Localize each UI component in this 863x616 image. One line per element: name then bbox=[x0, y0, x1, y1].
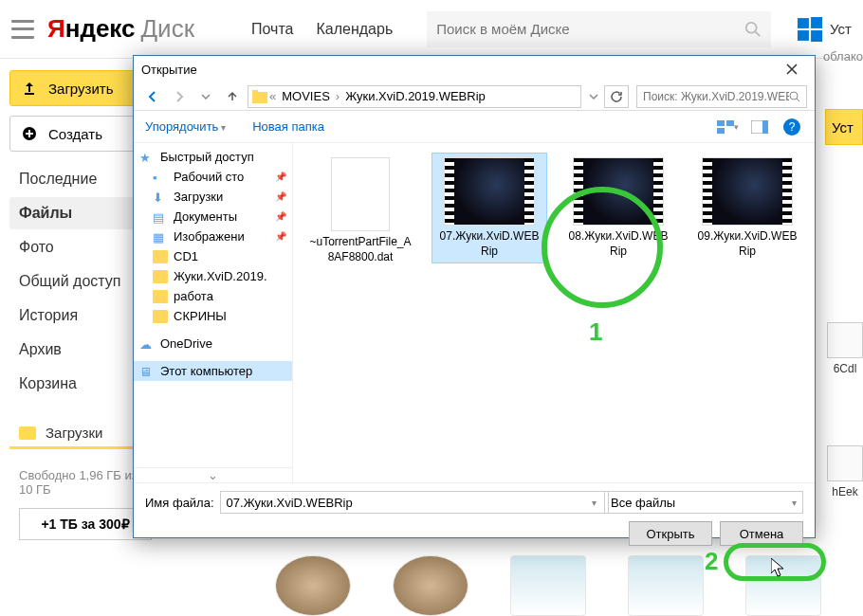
file-label: hEek bbox=[827, 485, 863, 498]
tree-onedrive[interactable]: ☁OneDrive bbox=[134, 334, 292, 353]
tree-label: Загрузки bbox=[174, 190, 223, 204]
upload-button[interactable]: Загрузить bbox=[9, 70, 152, 106]
hamburger-menu-icon[interactable] bbox=[11, 20, 34, 39]
file-thumb-6cdl[interactable]: 6Cdl bbox=[827, 322, 863, 375]
install-label[interactable]: Уст bbox=[830, 21, 852, 37]
new-folder-button[interactable]: Новая папка bbox=[252, 119, 324, 134]
sidebar-item-photo[interactable]: Фото bbox=[9, 231, 152, 263]
logo-rest: ндекс bbox=[65, 14, 136, 44]
tree-rabota[interactable]: работа bbox=[134, 286, 292, 306]
sidebar-item-history[interactable]: История bbox=[9, 299, 152, 332]
storage-quota: Свободно 1,96 ГБ из 10 ГБ bbox=[9, 468, 152, 497]
tree-quick-access[interactable]: ★Быстрый доступ bbox=[134, 147, 292, 167]
organize-dropdown[interactable]: Упорядочить bbox=[145, 119, 226, 134]
tree-this-pc[interactable]: 🖥Этот компьютер bbox=[134, 361, 292, 381]
annotation-number-1: 1 bbox=[589, 317, 602, 347]
sidebar-item-shared[interactable]: Общий доступ bbox=[9, 265, 152, 298]
file-thumbnail bbox=[827, 445, 863, 481]
breadcrumb-seg2[interactable]: Жуки.XviD.2019.WEBRip bbox=[341, 89, 489, 103]
nav-up-button[interactable] bbox=[221, 85, 244, 108]
pane-icon bbox=[751, 120, 768, 134]
file-list[interactable]: ~uTorrentPartFile_A8AF8800.dat 07.Жуки.X… bbox=[293, 143, 815, 482]
folder-tree[interactable]: ★Быстрый доступ ▪Рабочий сто📌 ⬇Загрузки📌… bbox=[134, 143, 293, 482]
refresh-icon bbox=[610, 90, 623, 103]
search-icon[interactable] bbox=[789, 91, 800, 102]
chevron-down-icon[interactable] bbox=[589, 92, 598, 101]
create-label: Создать bbox=[48, 126, 102, 142]
close-button[interactable] bbox=[777, 58, 807, 81]
folder-icon bbox=[153, 310, 168, 323]
file-item-09[interactable]: 09.Жуки.XviD.WEBRip bbox=[689, 153, 805, 263]
file-name-label: 08.Жуки.XviD.WEBRip bbox=[565, 229, 671, 259]
file-name-label: 09.Жуки.XviD.WEBRip bbox=[694, 229, 800, 259]
svg-point-10 bbox=[790, 92, 798, 100]
search-icon[interactable] bbox=[744, 21, 762, 38]
sidebar-item-archive[interactable]: Архив bbox=[9, 334, 152, 366]
file-item-07[interactable]: 07.Жуки.XviD.WEBRip bbox=[432, 153, 547, 263]
file-thumbnail[interactable] bbox=[628, 555, 704, 616]
file-thumbnail bbox=[827, 322, 863, 358]
install-button-right[interactable]: Уст bbox=[825, 109, 863, 145]
pin-icon: 📌 bbox=[275, 172, 286, 182]
star-icon: ★ bbox=[139, 151, 155, 164]
tree-desktop[interactable]: ▪Рабочий сто📌 bbox=[134, 167, 292, 187]
nav-forward-button[interactable] bbox=[168, 85, 191, 108]
file-item-dat[interactable]: ~uTorrentPartFile_A8AF8800.dat bbox=[303, 153, 418, 269]
sidebar-downloads[interactable]: Загрузки bbox=[9, 419, 152, 449]
cancel-button[interactable]: Отмена bbox=[720, 521, 803, 546]
breadcrumb[interactable]: « MOVIES › Жуки.XviD.2019.WEBRip bbox=[248, 85, 581, 108]
video-thumbnail bbox=[702, 157, 793, 226]
search-box[interactable] bbox=[427, 11, 771, 47]
preview-pane-button[interactable] bbox=[748, 116, 771, 138]
nav-recent-dropdown[interactable] bbox=[194, 85, 217, 108]
svg-point-0 bbox=[746, 22, 757, 32]
tree-documents[interactable]: ▤Документы📌 bbox=[134, 207, 292, 226]
breadcrumb-seg1[interactable]: MOVIES bbox=[278, 89, 334, 103]
logo-disk: Диск bbox=[141, 14, 195, 44]
filetype-dropdown[interactable]: Все файлы▾ bbox=[604, 491, 803, 514]
pin-icon: 📌 bbox=[275, 231, 286, 242]
windows-icon[interactable] bbox=[798, 17, 822, 42]
sidebar-item-recent[interactable]: Последние bbox=[9, 163, 152, 195]
view-mode-button[interactable]: ▾ bbox=[716, 116, 739, 138]
tree-label: СКРИНЫ bbox=[174, 309, 227, 323]
svg-rect-5 bbox=[811, 30, 822, 42]
dialog-search[interactable] bbox=[636, 85, 807, 108]
svg-line-11 bbox=[797, 99, 799, 101]
sidebar-item-files[interactable]: Файлы bbox=[9, 197, 152, 229]
create-button[interactable]: Создать bbox=[9, 116, 152, 152]
video-thumbnail bbox=[573, 157, 664, 226]
cursor-icon bbox=[771, 558, 786, 577]
dialog-title: Открытие bbox=[141, 63, 197, 77]
sidebar-item-trash[interactable]: Корзина bbox=[9, 368, 152, 400]
tree-pictures[interactable]: ▦Изображени📌 bbox=[134, 226, 292, 246]
file-thumbnail[interactable] bbox=[393, 555, 468, 616]
svg-rect-4 bbox=[798, 30, 809, 41]
file-thumb-heek[interactable]: hEek bbox=[827, 445, 863, 498]
tree-label: CD1 bbox=[174, 249, 198, 263]
tree-label: Изображени bbox=[174, 229, 245, 244]
dialog-search-input[interactable] bbox=[643, 90, 789, 103]
filename-input[interactable] bbox=[220, 491, 609, 514]
upload-icon bbox=[22, 81, 37, 96]
tree-cd1[interactable]: CD1 bbox=[134, 246, 292, 266]
open-button[interactable]: Открыть bbox=[629, 521, 712, 546]
file-item-08[interactable]: 08.Жуки.XviD.WEBRip bbox=[560, 153, 676, 263]
refresh-button[interactable] bbox=[604, 85, 629, 108]
help-button[interactable]: ? bbox=[780, 116, 803, 138]
nav-back-button[interactable] bbox=[141, 85, 164, 108]
dialog-footer: Имя файла: ▾ Все файлы▾ Открыть Отмена bbox=[134, 482, 815, 553]
tree-expand[interactable]: ⌄ bbox=[134, 467, 292, 482]
dialog-toolbar: Упорядочить Новая папка ▾ ? bbox=[134, 111, 815, 143]
yandex-disk-logo[interactable]: ЯндексДиск bbox=[47, 14, 194, 44]
tree-skriny[interactable]: СКРИНЫ bbox=[134, 306, 292, 326]
nav-mail[interactable]: Почта bbox=[251, 21, 293, 38]
nav-calendar[interactable]: Календарь bbox=[316, 21, 393, 38]
dialog-body: ★Быстрый доступ ▪Рабочий сто📌 ⬇Загрузки📌… bbox=[134, 143, 815, 482]
file-thumbnail[interactable] bbox=[275, 555, 351, 616]
tree-zhuki[interactable]: Жуки.XviD.2019. bbox=[134, 266, 292, 286]
search-input[interactable] bbox=[436, 21, 744, 37]
file-thumbnail[interactable] bbox=[510, 555, 586, 616]
tree-downloads[interactable]: ⬇Загрузки📌 bbox=[134, 187, 292, 207]
upgrade-storage-button[interactable]: +1 ТБ за 300₽ bbox=[19, 508, 152, 540]
